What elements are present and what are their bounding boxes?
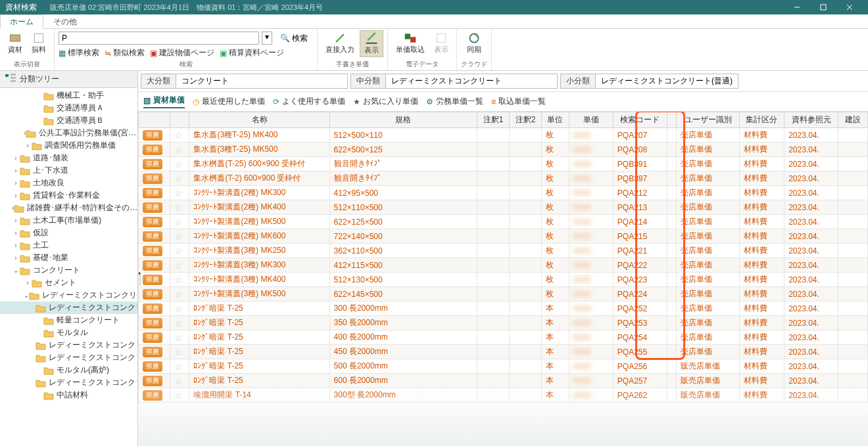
tree-item[interactable]: 中詰材料 — [0, 389, 137, 401]
sonryo-toggle[interactable]: 損料 — [28, 30, 50, 56]
fav-cell[interactable]: ☆ — [170, 200, 189, 215]
qt-labor[interactable]: ⚙労務単価一覧 — [426, 96, 483, 107]
tree-item[interactable]: ›土木工事(市場単価) — [0, 214, 137, 227]
qt-import[interactable]: ≡取込単価一覧 — [491, 96, 546, 107]
tree-item[interactable]: モルタル(高炉) — [0, 364, 137, 376]
fav-cell[interactable]: ☆ — [170, 244, 189, 258]
col-header[interactable] — [139, 112, 170, 128]
col-header[interactable]: 規格 — [329, 112, 477, 128]
tree-item[interactable]: ›公共工事設計労務単価(宮… — [0, 127, 137, 139]
col-header[interactable]: 注釈1 — [477, 112, 510, 128]
table-row[interactable]: 県農☆ﾛﾝｸﾞ暗渠 T-25300 長2000mm本0000PQA252売店単価… — [139, 301, 868, 316]
table-row[interactable]: 県農☆集水蓋(3種T-25) MK400512×500×110枚0000PQA2… — [139, 128, 868, 143]
sekizai-page[interactable]: ▣積算資料ページ — [220, 47, 284, 58]
col-header[interactable]: 注釈2 — [510, 112, 542, 128]
search-button[interactable]: 🔍検索 — [275, 32, 313, 45]
tree-item[interactable]: レディーミクストコンクリート(高炉) — [0, 351, 137, 364]
tab-other[interactable]: その他 — [43, 14, 87, 28]
similar-search[interactable]: ≒類似検索 — [105, 47, 145, 58]
col-header[interactable]: 名称 — [189, 112, 329, 128]
search-input[interactable] — [59, 32, 259, 45]
table-row[interactable]: 県農☆集水蓋(3種T-25) MK500622×500×125枚0000PQA2… — [139, 143, 868, 157]
fav-cell[interactable]: ☆ — [170, 157, 189, 171]
classify-mid[interactable]: 中分類 レディーミクストコンクリート — [350, 74, 558, 89]
col-header[interactable]: 検索コード — [613, 112, 667, 128]
tree-item[interactable]: ⌄レディーミクストコンクリート — [0, 289, 137, 301]
tree-item[interactable]: ›基礎･地業 — [0, 252, 137, 264]
fav-cell[interactable]: ☆ — [170, 388, 189, 403]
table-row[interactable]: 県農☆ﾛﾝｸﾞ暗渠 T-25450 長2000mm本0000PQA255売店単価… — [139, 345, 868, 359]
table-row[interactable]: 県農☆ｺﾝｸﾘｰﾄ製溝蓋(2種) MK600722×140×500枚0000PQ… — [139, 229, 868, 244]
classify-small[interactable]: 小分類 レディーミクストコンクリート(普通) — [560, 74, 738, 89]
fav-cell[interactable]: ☆ — [170, 287, 189, 301]
tree-item[interactable]: ›セメント — [0, 277, 137, 289]
tree-item[interactable]: ›調査関係用労務単価 — [0, 139, 137, 152]
fav-cell[interactable]: ☆ — [170, 143, 189, 157]
show-elec[interactable]: 表示 — [430, 30, 452, 56]
tree-item[interactable]: ›賃貸料金･作業料金 — [0, 189, 137, 202]
col-header[interactable]: 建設 — [838, 112, 868, 128]
tree-item[interactable]: ›諸雑費･継手材･特許料金その… — [0, 202, 137, 214]
col-header[interactable]: ユーザー識別 — [677, 112, 739, 128]
show-hand[interactable]: 表示 — [360, 30, 383, 57]
tree-item[interactable]: レディーミクストコンクリート — [0, 376, 137, 389]
tree-item[interactable]: ›土地改良 — [0, 177, 137, 189]
search-dropdown[interactable]: ▾ — [262, 32, 272, 45]
tree-item[interactable]: 軽量コンクリート — [0, 314, 137, 326]
col-header[interactable] — [170, 112, 189, 128]
import-price[interactable]: 単価取込 — [392, 30, 429, 56]
table-row[interactable]: 県農☆ﾛﾝｸﾞ暗渠 T-25500 長2000mm本0000PQA256販売店単… — [139, 359, 868, 374]
tree-item[interactable]: ›仮設 — [0, 227, 137, 239]
table-row[interactable]: 県農☆ｺﾝｸﾘｰﾄ製溝蓋(3種) MK300412×115×500枚0000PQ… — [139, 258, 868, 273]
fav-cell[interactable]: ☆ — [170, 186, 189, 200]
tree-item[interactable]: ›道路･舗装 — [0, 152, 137, 164]
tree-item[interactable]: 交通誘導員Ａ — [0, 102, 137, 114]
qt-recent[interactable]: ◷最近使用した単価 — [193, 96, 265, 107]
table-row[interactable]: 県農☆ｺﾝｸﾘｰﾄ製溝蓋(3種) MK500622×145×500枚0000PQ… — [139, 287, 868, 301]
tree-item[interactable]: 機械工・助手 — [0, 89, 137, 102]
fav-cell[interactable]: ☆ — [170, 171, 189, 186]
col-header[interactable] — [667, 112, 677, 128]
tree-item[interactable]: ⌄コンクリート — [0, 264, 137, 277]
table-row[interactable]: 県農☆埃溜用開渠 T-14300型 長2000mm本0000PQA262販売店単… — [139, 388, 868, 403]
table-row[interactable]: 県農☆ｺﾝｸﾘｰﾄ製溝蓋(2種) MK500622×125×500枚0000PQ… — [139, 215, 868, 229]
tree-item[interactable]: レディーミクストコンクリート(普通) — [0, 301, 137, 314]
close-button[interactable] — [836, 0, 863, 14]
table-row[interactable]: 県農☆ｺﾝｸﾘｰﾄ製溝蓋(2種) MK300412×95×500枚0000PQA… — [139, 186, 868, 200]
table-wrap[interactable]: 名称規格注釈1注釈2単位単価検索コードユーザー識別集計区分資料参照元建設 県農☆… — [138, 112, 868, 446]
table-row[interactable]: 県農☆ｺﾝｸﾘｰﾄ製溝蓋(3種) MK400512×130×500枚0000PQ… — [139, 273, 868, 287]
tree-item[interactable]: ›土工 — [0, 239, 137, 252]
col-header[interactable]: 単価 — [569, 112, 613, 128]
table-row[interactable]: 県農☆ﾛﾝｸﾞ暗渠 T-25400 長2000mm本0000PQA254売店単価… — [139, 330, 868, 345]
sync-button[interactable]: 同期 — [463, 30, 485, 56]
col-header[interactable]: 集計区分 — [739, 112, 784, 128]
table-row[interactable]: 県農☆ｺﾝｸﾘｰﾄ製溝蓋(2種) MK400512×110×500枚0000PQ… — [139, 200, 868, 215]
fav-cell[interactable]: ☆ — [170, 374, 189, 388]
tab-home[interactable]: ホーム — [0, 14, 43, 29]
tree-item[interactable]: ›上･下水道 — [0, 164, 137, 177]
fav-cell[interactable]: ☆ — [170, 316, 189, 330]
classify-big[interactable]: 大分類 コンクリート — [141, 74, 348, 89]
fav-cell[interactable]: ☆ — [170, 215, 189, 229]
fav-cell[interactable]: ☆ — [170, 330, 189, 345]
direct-input[interactable]: 直接入力 — [322, 30, 358, 57]
maximize-button[interactable] — [810, 0, 836, 14]
minimize-button[interactable] — [784, 0, 810, 14]
price-page[interactable]: ▣建設物価ページ — [150, 47, 214, 58]
fav-cell[interactable]: ☆ — [170, 359, 189, 374]
fav-cell[interactable]: ☆ — [170, 128, 189, 143]
tree-item[interactable]: モルタル — [0, 326, 137, 339]
qt-shizai[interactable]: ▧資材単価 — [143, 95, 185, 108]
qt-often[interactable]: ⟳よく使用する単価 — [273, 96, 345, 107]
fav-cell[interactable]: ☆ — [170, 345, 189, 359]
fav-cell[interactable]: ☆ — [170, 301, 189, 316]
fav-cell[interactable]: ☆ — [170, 273, 189, 287]
fav-cell[interactable]: ☆ — [170, 258, 189, 273]
std-search[interactable]: ▦標準検索 — [59, 47, 99, 58]
col-header[interactable]: 資料参照元 — [784, 112, 838, 128]
table-row[interactable]: 県農☆集水桝蓋(T-2) 600×900 受枠付観音開きﾀｲﾌﾟ枚0000PQB… — [139, 171, 868, 186]
tree-item[interactable]: レディーミクストコンクリート(早強) — [0, 339, 137, 351]
table-row[interactable]: 県農☆ｺﾝｸﾘｰﾄ製溝蓋(3種) MK250362×110×500枚0000PQ… — [139, 244, 868, 258]
table-row[interactable]: 県農☆ﾛﾝｸﾞ暗渠 T-25600 長2000mm本0000PQA257販売店単… — [139, 374, 868, 388]
fav-cell[interactable]: ☆ — [170, 229, 189, 244]
